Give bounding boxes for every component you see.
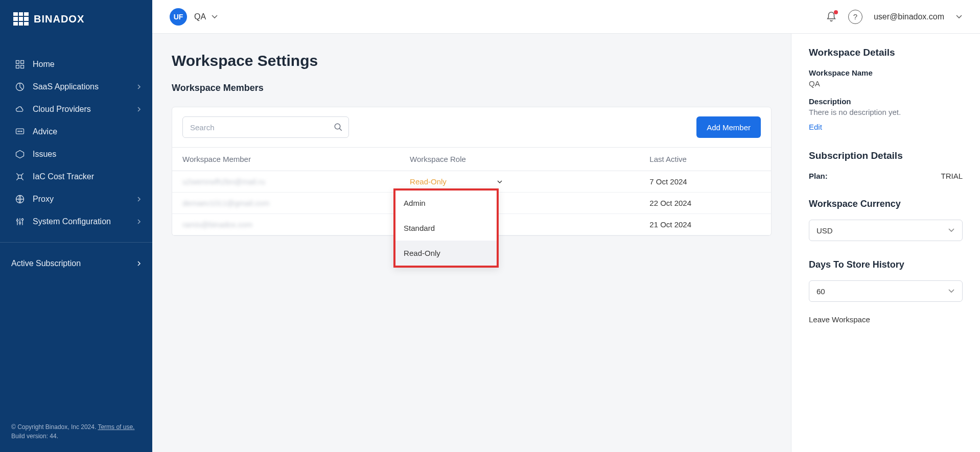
chevron-right-icon (137, 219, 141, 225)
topbar: UF QA ? user@binadox.com (152, 0, 980, 34)
sidebar-item-saas[interactable]: SaaS Applications (0, 76, 152, 98)
subscription-heading: Subscription Details (809, 150, 963, 161)
workspace-avatar[interactable]: UF (170, 8, 187, 26)
logo[interactable]: BINADOX (0, 0, 152, 38)
chevron-right-icon (137, 196, 141, 202)
copyright: © Copyright Binadox, Inc 2024. (11, 423, 96, 431)
sidebar-item-label: Advice (33, 127, 57, 136)
terms-link[interactable]: Terms of use. (98, 423, 134, 431)
currency-value: USD (816, 226, 833, 235)
svg-point-17 (21, 219, 23, 220)
members-card: Add Member Workspace Member Workspace Ro… (172, 107, 772, 236)
last-active: 7 Oct 2024 (639, 171, 771, 193)
ws-name-value: QA (809, 79, 963, 88)
role-selector[interactable]: Read-Only (410, 177, 503, 186)
sidebar-item-issues[interactable]: Issues (0, 143, 152, 165)
last-active: 21 Oct 2024 (639, 214, 771, 235)
history-select[interactable]: 60 (809, 280, 963, 302)
issues-icon (14, 149, 26, 160)
help-button[interactable]: ? (848, 10, 862, 24)
leave-workspace[interactable]: Leave Workspace (809, 315, 963, 324)
sidebar-item-label: Cloud Providers (33, 105, 91, 114)
svg-point-18 (335, 124, 340, 129)
sidebar-footer: © Copyright Binadox, Inc 2024. Terms of … (0, 422, 152, 452)
role-dropdown: Admin Standard Read-Only (393, 188, 499, 268)
page-title: Workspace Settings (172, 52, 772, 69)
sliders-icon (14, 216, 26, 227)
sidebar: BINADOX Home SaaS Applications (0, 0, 152, 452)
history-value: 60 (816, 287, 825, 296)
sidebar-item-label: IaC Cost Tracker (33, 172, 94, 181)
add-member-button[interactable]: Add Member (696, 116, 761, 138)
role-option-admin[interactable]: Admin (395, 191, 497, 216)
search-input[interactable] (182, 116, 349, 138)
currency-select[interactable]: USD (809, 220, 963, 241)
svg-point-7 (19, 131, 20, 132)
svg-point-15 (16, 220, 18, 221)
members-heading: Workspace Members (172, 83, 772, 93)
svg-rect-1 (21, 61, 24, 64)
svg-line-19 (339, 128, 342, 131)
chevron-right-icon (137, 260, 141, 267)
main: UF QA ? user@binadox.com W (152, 0, 980, 452)
divider (0, 242, 152, 243)
active-subscription-label: Active Subscription (11, 259, 81, 268)
currency-heading: Workspace Currency (809, 199, 963, 209)
globe-icon (14, 194, 26, 205)
role-option-standard[interactable]: Standard (395, 216, 497, 241)
chevron-down-icon (948, 289, 955, 294)
sidebar-item-advice[interactable]: Advice (0, 121, 152, 143)
advice-icon (14, 126, 26, 137)
sidebar-item-active-subscription[interactable]: Active Subscription (0, 252, 152, 275)
notification-dot (834, 10, 838, 14)
workspace-selector-name[interactable]: QA (194, 12, 206, 21)
member-email: ramis@binadox.com (182, 220, 252, 229)
build-version: Build version: 44. (11, 433, 58, 440)
iac-icon (14, 171, 26, 182)
chevron-right-icon (137, 84, 141, 90)
sidebar-item-cloud[interactable]: Cloud Providers (0, 98, 152, 121)
sidebar-item-label: Issues (33, 150, 56, 159)
chevron-down-icon (948, 228, 955, 233)
col-last-active: Last Active (639, 148, 771, 171)
pie-icon (14, 81, 26, 92)
members-table: Workspace Member Workspace Role Last Act… (172, 147, 771, 235)
col-member: Workspace Member (172, 148, 400, 171)
sidebar-item-proxy[interactable]: Proxy (0, 188, 152, 210)
svg-rect-0 (16, 61, 19, 64)
svg-rect-10 (18, 175, 22, 179)
edit-link[interactable]: Edit (809, 123, 822, 131)
brand-name: BINADOX (34, 13, 84, 25)
chevron-down-icon[interactable] (211, 14, 218, 19)
col-role: Workspace Role (400, 148, 639, 171)
sidebar-item-label: Home (33, 60, 55, 69)
nav: Home SaaS Applications Cloud Providers (0, 53, 152, 233)
ws-desc-value: There is no description yet. (809, 108, 963, 116)
table-row: u2wemrwfh2bn@mail.ru Read-Only Admin Sta… (172, 171, 771, 193)
sidebar-item-label: System Configuration (33, 217, 111, 226)
svg-rect-2 (16, 65, 19, 68)
sidebar-item-label: SaaS Applications (33, 82, 99, 91)
details-panel: Workspace Details Workspace Name QA Desc… (791, 34, 980, 452)
sidebar-item-iac[interactable]: IaC Cost Tracker (0, 165, 152, 188)
plan-label: Plan: (809, 172, 828, 180)
notifications-button[interactable] (826, 11, 837, 22)
cloud-icon (14, 104, 26, 115)
user-menu[interactable]: user@binadox.com (874, 12, 944, 21)
sidebar-item-home[interactable]: Home (0, 53, 152, 76)
role-option-readonly[interactable]: Read-Only (395, 241, 497, 266)
svg-rect-3 (21, 65, 24, 68)
chevron-down-icon[interactable] (955, 14, 963, 19)
svg-marker-9 (16, 151, 24, 158)
last-active: 22 Oct 2024 (639, 193, 771, 214)
svg-point-16 (19, 222, 20, 224)
sidebar-item-sysconfig[interactable]: System Configuration (0, 210, 152, 233)
ws-desc-label: Description (809, 97, 963, 106)
user-email-text: user@binadox.com (874, 12, 944, 21)
member-email: u2wemrwfh2bn@mail.ru (182, 177, 265, 186)
svg-point-8 (21, 131, 22, 132)
details-heading: Workspace Details (809, 47, 963, 58)
search-box (182, 116, 349, 138)
sidebar-item-label: Proxy (33, 195, 54, 204)
member-email: demaev1011@gmail.com (182, 199, 269, 207)
